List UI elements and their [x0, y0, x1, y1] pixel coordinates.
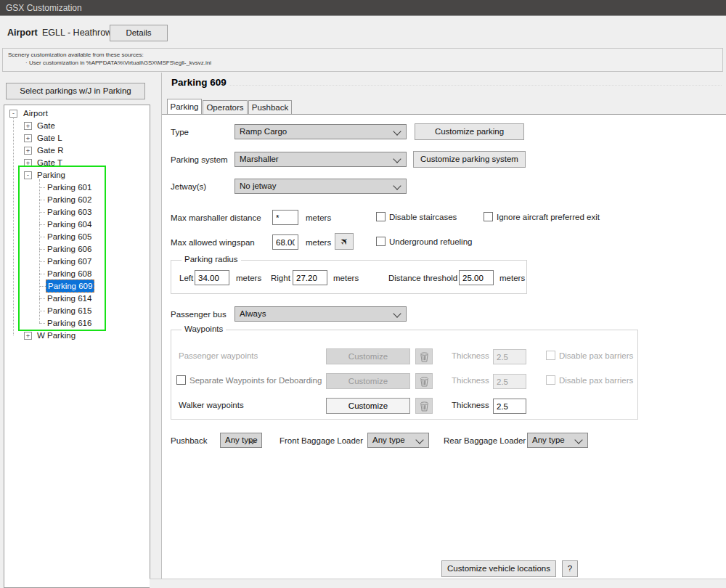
expand-icon[interactable]: +: [24, 332, 32, 340]
underground-refueling-checkbox[interactable]: [376, 237, 386, 246]
passenger-waypoints-customize-button: Customize: [326, 348, 410, 364]
chevron-down-icon: [574, 436, 582, 444]
trash-icon: [415, 373, 433, 389]
max-wingspan-label: Max allowed wingspan: [171, 238, 255, 247]
thickness-label: Thickness: [452, 401, 489, 409]
parking-radius-legend: Parking radius: [182, 255, 241, 264]
tree-row: + Gate: [4, 120, 150, 132]
tree-item-parking-606[interactable]: Parking 606: [46, 243, 93, 255]
scenery-line1: Scenery customization available from the…: [8, 51, 722, 59]
tree-item-parking-614[interactable]: Parking 614: [46, 293, 93, 304]
tree-row: + Gate R: [4, 144, 150, 157]
collapse-icon[interactable]: -: [9, 110, 17, 118]
parking-tree-panel[interactable]: - Airport + Gate + Gate L + Gate R + Gat…: [4, 105, 150, 588]
passenger-thickness-input: [493, 349, 526, 364]
wingspan-aircraft-button[interactable]: ✈: [335, 233, 354, 250]
deboarding-waypoints-customize-button: Customize: [326, 373, 410, 389]
tree-item-gate-t[interactable]: Gate T: [36, 157, 64, 168]
disable-pax-barriers-checkbox: [546, 375, 555, 385]
front-baggage-dropdown[interactable]: Any type: [367, 433, 429, 448]
trash-icon: [415, 348, 433, 364]
tab-parking[interactable]: Parking: [167, 99, 202, 114]
scenery-line2: · User customization in %APPDATA%\Virtua…: [8, 59, 722, 67]
thickness-label: Thickness: [452, 351, 489, 360]
distance-threshold-label: Distance threshold: [388, 274, 457, 282]
left-radius-input[interactable]: [195, 270, 229, 285]
tree-item-parking-608[interactable]: Parking 608: [46, 268, 93, 279]
parking-tab-page: Type Ramp Cargo Customize parking Parkin…: [162, 114, 726, 579]
tab-pushback[interactable]: Pushback: [248, 100, 292, 114]
customize-parking-system-button[interactable]: Customize parking system: [413, 151, 526, 168]
tree-item-airport[interactable]: Airport: [22, 107, 49, 119]
tree-item-w-parking[interactable]: W Parking: [36, 330, 77, 341]
front-baggage-value: Any type: [372, 436, 405, 444]
meters-label: meters: [236, 274, 261, 282]
underground-refueling-label: Underground refueling: [389, 237, 472, 246]
waypoints-group: Waypoints Passenger waypoints Customize …: [171, 330, 638, 420]
tree-item-gate-r[interactable]: Gate R: [36, 144, 65, 156]
ignore-preferred-exit-label: Ignore aircraft preferred exit: [497, 213, 600, 221]
window-titlebar[interactable]: GSX Customization: [0, 0, 726, 16]
page-title: Parking 609: [171, 77, 227, 88]
customize-parking-button[interactable]: Customize parking: [415, 123, 524, 140]
jetways-dropdown[interactable]: No jetway: [234, 179, 407, 194]
passenger-bus-label: Passenger bus: [171, 310, 227, 319]
walker-waypoints-customize-button[interactable]: Customize: [326, 398, 410, 414]
meters-label: meters: [333, 274, 359, 282]
tree-item-parking-604[interactable]: Parking 604: [46, 219, 93, 230]
disable-staircases-checkbox[interactable]: [376, 212, 386, 221]
left-radius-label: Left: [179, 274, 193, 282]
separate-deboarding-label: Separate Waypoints for Deboarding: [189, 376, 322, 385]
expand-icon[interactable]: +: [24, 122, 32, 130]
rear-baggage-label: Rear Baggage Loader: [444, 436, 526, 445]
max-marshaller-input[interactable]: [272, 210, 298, 225]
type-label: Type: [171, 128, 189, 136]
pushback-dropdown[interactable]: Any type: [220, 433, 262, 448]
right-radius-label: Right: [271, 274, 290, 282]
parking-system-dropdown[interactable]: Marshaller: [234, 152, 407, 167]
ignore-preferred-exit-checkbox[interactable]: [484, 212, 493, 221]
tree-item-parking-616[interactable]: Parking 616: [46, 317, 93, 329]
tree-item-gate-l[interactable]: Gate L: [36, 132, 64, 144]
walker-waypoints-label: Walker waypoints: [179, 401, 244, 409]
meters-label: meters: [306, 213, 331, 222]
passenger-bus-dropdown[interactable]: Always: [234, 306, 407, 322]
select-parkings-button[interactable]: Select parkings w/J in Parking: [6, 83, 145, 99]
expand-icon[interactable]: +: [24, 134, 32, 142]
tree-item-parking-group[interactable]: Parking: [36, 169, 67, 181]
parking-system-label: Parking system: [171, 155, 228, 164]
distance-threshold-input[interactable]: [459, 270, 494, 285]
disable-pax-barriers-label: Disable pax barriers: [559, 376, 633, 385]
parking-system-value: Marshaller: [240, 155, 279, 163]
tree-item-parking-601[interactable]: Parking 601: [46, 181, 93, 193]
tree-item-parking-603[interactable]: Parking 603: [46, 206, 93, 218]
expand-icon[interactable]: +: [24, 159, 32, 167]
max-wingspan-input[interactable]: [272, 234, 298, 250]
tree-item-parking-615[interactable]: Parking 615: [46, 305, 93, 317]
type-value: Ramp Cargo: [240, 127, 287, 136]
walker-thickness-input[interactable]: [493, 399, 526, 414]
tree-item-parking-605[interactable]: Parking 605: [46, 231, 93, 242]
parking-radius-group: Parking radius Left meters Right meters …: [171, 260, 527, 294]
right-radius-input[interactable]: [293, 270, 327, 285]
scenery-sources-box: Scenery customization available from the…: [2, 48, 723, 72]
tab-operators[interactable]: Operators: [203, 100, 248, 114]
rear-baggage-dropdown[interactable]: Any type: [527, 433, 588, 448]
customize-vehicle-locations-button[interactable]: Customize vehicle locations: [441, 560, 556, 577]
tree-row: - Parking: [4, 169, 150, 181]
thickness-label: Thickness: [452, 376, 489, 385]
tree-item-parking-602[interactable]: Parking 602: [46, 194, 93, 205]
separate-deboarding-checkbox[interactable]: [176, 375, 186, 385]
expand-icon[interactable]: +: [24, 147, 32, 155]
type-dropdown[interactable]: Ramp Cargo: [234, 124, 407, 139]
chevron-down-icon: [393, 181, 401, 189]
help-button[interactable]: ?: [562, 560, 578, 577]
pushback-label: Pushback: [171, 436, 208, 445]
tree-item-parking-607[interactable]: Parking 607: [46, 256, 93, 267]
tree-item-gate[interactable]: Gate: [36, 120, 57, 131]
bottom-strip: [150, 579, 726, 588]
collapse-icon[interactable]: -: [24, 171, 32, 179]
tree-item-parking-609-selected[interactable]: Parking 609: [46, 279, 94, 293]
chevron-down-icon: [393, 127, 401, 135]
details-button[interactable]: Details: [110, 25, 168, 41]
